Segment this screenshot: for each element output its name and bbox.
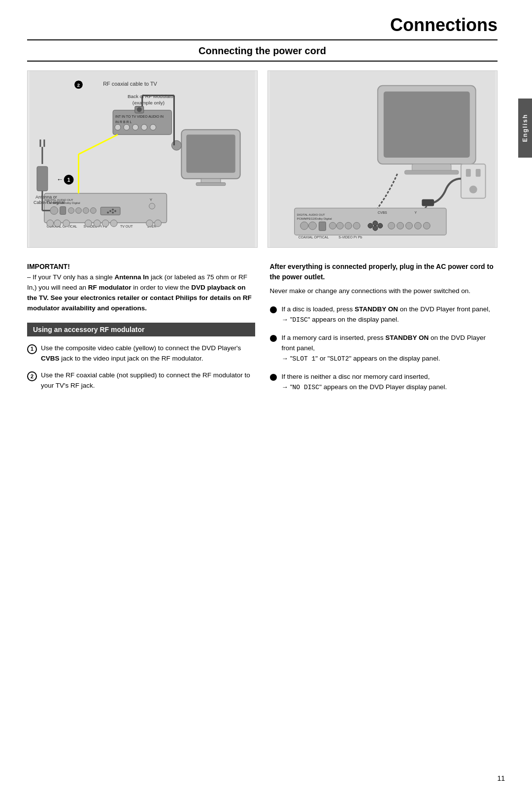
svg-text:INT IN  TO TV  VIDEO  AUDIO IN: INT IN TO TV VIDEO AUDIO IN (115, 115, 164, 118)
svg-rect-69 (383, 92, 469, 158)
bullet-dot-2 (270, 335, 277, 342)
important-box: IMPORTANT! – If your TV only has a singl… (27, 262, 255, 314)
diagrams-row: RF coaxial cable to TV 2 Back of RF Modu… (27, 70, 498, 248)
step-2-number: 2 (27, 371, 37, 381)
bullet-dot-3 (270, 374, 277, 381)
bullet-disc-text: If a disc is loaded, press STANDBY ON on… (282, 304, 498, 325)
svg-point-93 (388, 222, 395, 229)
svg-point-83 (308, 222, 316, 230)
svg-rect-76 (422, 199, 434, 206)
svg-point-95 (405, 222, 412, 229)
bullet-dot-1 (270, 306, 277, 313)
english-tab-label: English (522, 114, 529, 142)
bullet-memory-card: If a memory card is inserted, press STAN… (270, 333, 498, 364)
page-number: 11 (497, 774, 505, 782)
right-column: After everything is connected properly, … (270, 262, 498, 400)
svg-point-96 (414, 222, 421, 229)
svg-point-43 (47, 220, 54, 227)
svg-rect-74 (475, 169, 480, 177)
svg-point-90 (372, 221, 377, 226)
svg-point-87 (345, 222, 352, 229)
svg-text:PCM/MPEG2/Dolby Digital: PCM/MPEG2/Dolby Digital (297, 217, 332, 220)
svg-point-75 (469, 186, 477, 194)
important-text: – If your TV only has a single Antenna I… (27, 272, 255, 314)
svg-point-31 (83, 207, 89, 213)
svg-text:Cable TV signal: Cable TV signal (33, 200, 65, 205)
svg-rect-19 (196, 183, 226, 186)
svg-point-10 (124, 124, 130, 130)
rf-modulator-bar: Using an accessory RF modulator (27, 323, 255, 336)
svg-point-51 (155, 220, 162, 227)
left-diagram: RF coaxial cable to TV 2 Back of RF Modu… (27, 70, 258, 248)
svg-point-34 (109, 210, 111, 212)
step-2-item: 2 Use the RF coaxial cable (not supplied… (27, 370, 255, 391)
svg-point-11 (133, 124, 138, 130)
svg-rect-71 (404, 170, 458, 174)
svg-point-50 (146, 220, 153, 227)
svg-point-36 (114, 210, 116, 212)
right-intro: After everything is connected properly, … (270, 262, 498, 282)
svg-point-35 (112, 208, 114, 210)
bullet-memory-card-text: If a memory card is inserted, press STAN… (282, 333, 498, 364)
svg-point-38 (107, 211, 109, 213)
svg-point-89 (367, 223, 372, 228)
important-label: IMPORTANT! (27, 262, 255, 272)
svg-point-92 (372, 226, 377, 231)
svg-text:2: 2 (77, 82, 80, 88)
english-tab: English (518, 99, 532, 158)
svg-point-20 (171, 140, 181, 150)
svg-point-82 (300, 222, 308, 230)
svg-point-37 (112, 211, 114, 213)
svg-point-13 (150, 124, 156, 130)
svg-point-32 (90, 207, 96, 213)
svg-point-88 (353, 222, 360, 229)
svg-point-27 (50, 206, 58, 214)
section-header: Connecting the power cord (27, 40, 498, 62)
svg-point-53 (149, 203, 155, 209)
svg-text:←: ← (57, 175, 64, 183)
svg-point-49 (110, 220, 117, 227)
svg-rect-84 (319, 222, 326, 231)
svg-point-12 (141, 124, 147, 130)
right-diagram: DIGITAL AUDIO OUT PCM/MPEG2/Dolby Digita… (267, 70, 498, 248)
svg-rect-73 (466, 169, 470, 177)
svg-text:TV OUT: TV OUT (120, 225, 133, 228)
step-1-item: 1 Use the composite video cable (yellow)… (27, 343, 255, 364)
left-column: IMPORTANT! – If your TV only has a singl… (27, 262, 255, 400)
svg-point-48 (102, 220, 109, 227)
bullet-no-disc: If there is neither a disc nor memory ca… (270, 372, 498, 393)
svg-rect-28 (60, 206, 66, 214)
svg-text:IN    R    B    R  L: IN R B R L (115, 120, 132, 124)
content-row: IMPORTANT! – If your TV only has a singl… (27, 262, 498, 400)
svg-text:1: 1 (67, 177, 70, 183)
svg-text:(example only): (example only) (133, 100, 165, 105)
right-sub: Never make or change any connections wit… (270, 286, 498, 297)
svg-text:Y: Y (150, 198, 153, 202)
svg-rect-77 (294, 208, 446, 235)
svg-text:Y: Y (414, 211, 417, 214)
page-title: Connections (27, 15, 498, 40)
svg-point-29 (68, 207, 74, 213)
svg-text:S-VIDEO   Pr    Pb: S-VIDEO Pr Pb (338, 235, 362, 239)
step-2-text: Use the RF coaxial cable (not supplied) … (41, 370, 255, 391)
svg-text:RF coaxial cable to TV: RF coaxial cable to TV (103, 81, 157, 87)
svg-point-91 (377, 223, 382, 228)
svg-point-9 (115, 124, 121, 130)
bullet-no-disc-text: If there is neither a disc nor memory ca… (282, 372, 498, 393)
svg-point-44 (54, 220, 61, 227)
svg-text:DIGITAL AUDIO OUT: DIGITAL AUDIO OUT (297, 213, 325, 216)
svg-point-30 (76, 207, 82, 213)
svg-text:COAXIAL OPTICAL: COAXIAL OPTICAL (298, 235, 329, 239)
svg-point-46 (85, 220, 92, 227)
bullet-disc: If a disc is loaded, press STANDBY ON on… (270, 304, 498, 325)
svg-point-47 (94, 220, 100, 227)
svg-rect-56 (37, 166, 48, 191)
svg-point-15 (137, 107, 142, 112)
svg-point-86 (336, 222, 343, 229)
svg-point-94 (397, 222, 403, 229)
svg-point-45 (63, 220, 70, 227)
svg-text:Antenna or: Antenna or (35, 195, 57, 199)
step-1-number: 1 (27, 344, 37, 354)
svg-rect-17 (186, 134, 235, 173)
step-1-text: Use the composite video cable (yellow) t… (41, 343, 255, 364)
